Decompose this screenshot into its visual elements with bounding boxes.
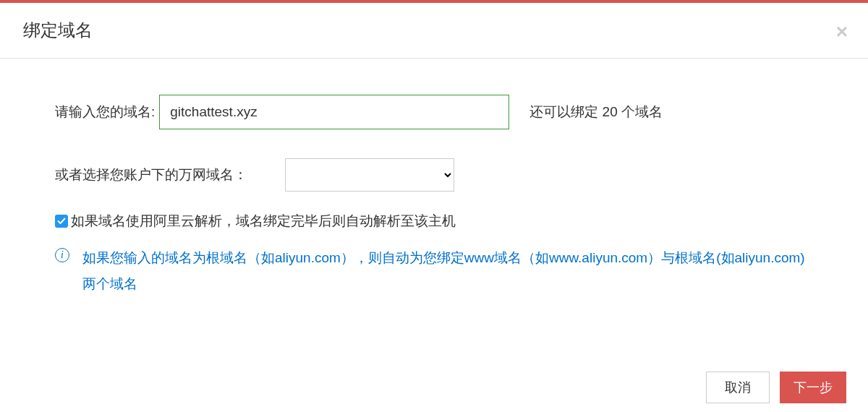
remaining-prefix: 还可以绑定 bbox=[529, 104, 602, 119]
modal-header: 绑定域名 × bbox=[0, 3, 868, 59]
remaining-count: 20 bbox=[603, 104, 618, 119]
auto-resolve-checkbox-label: 如果域名使用阿里云解析，域名绑定完毕后则自动解析至该主机 bbox=[71, 212, 456, 231]
auto-resolve-checkbox[interactable] bbox=[55, 215, 68, 228]
info-row: i 如果您输入的域名为根域名（如aliyun.com），则自动为您绑定www域名… bbox=[55, 245, 813, 297]
info-text: 如果您输入的域名为根域名（如aliyun.com），则自动为您绑定www域名（如… bbox=[82, 245, 813, 297]
auto-resolve-checkbox-row: 如果域名使用阿里云解析，域名绑定完毕后则自动解析至该主机 bbox=[55, 212, 813, 231]
modal-title: 绑定域名 bbox=[23, 19, 846, 42]
domain-select-label: 或者选择您账户下的万网域名： bbox=[55, 166, 247, 184]
domain-input-label: 请输入您的域名: bbox=[55, 103, 155, 121]
check-icon bbox=[57, 217, 66, 226]
modal-body: 请输入您的域名: 还可以绑定 20 个域名 或者选择您账户下的万网域名： 如果域… bbox=[0, 59, 868, 319]
modal-footer: 取消 下一步 bbox=[706, 363, 868, 412]
domain-input-row: 请输入您的域名: 还可以绑定 20 个域名 bbox=[55, 95, 813, 129]
info-icon: i bbox=[55, 248, 69, 262]
remaining-domains-text: 还可以绑定 20 个域名 bbox=[529, 103, 663, 121]
domain-select[interactable] bbox=[285, 158, 454, 192]
remaining-suffix: 个域名 bbox=[618, 104, 663, 119]
domain-input[interactable] bbox=[159, 95, 509, 129]
next-button[interactable]: 下一步 bbox=[780, 372, 846, 403]
close-icon[interactable]: × bbox=[836, 22, 848, 42]
cancel-button[interactable]: 取消 bbox=[706, 372, 770, 403]
bind-domain-modal: 绑定域名 × 请输入您的域名: 还可以绑定 20 个域名 或者选择您账户下的万网… bbox=[0, 3, 868, 412]
domain-select-row: 或者选择您账户下的万网域名： bbox=[55, 158, 813, 192]
